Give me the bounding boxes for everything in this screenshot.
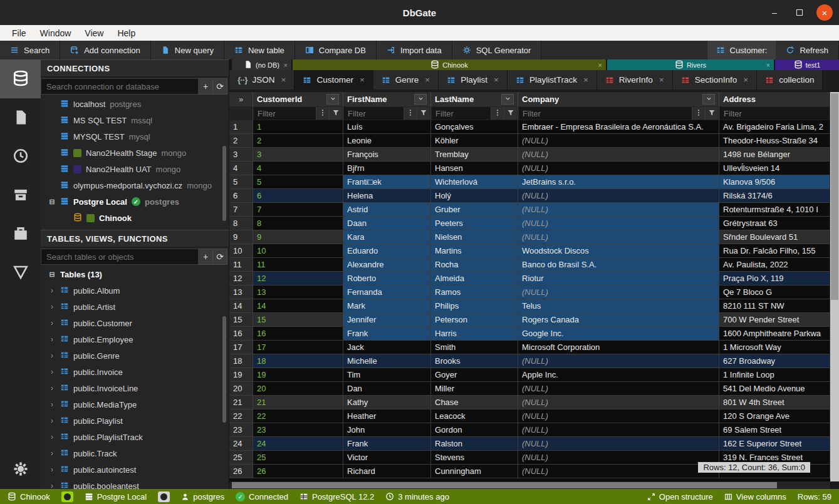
- tables-refresh-button[interactable]: ⟳: [213, 249, 227, 265]
- collapse-icon[interactable]: ⊟: [48, 270, 56, 279]
- cell-last[interactable]: Rocha: [431, 258, 518, 272]
- cell-company[interactable]: (NULL): [518, 148, 719, 162]
- cell-last[interactable]: Harris: [431, 327, 518, 341]
- tab-genre[interactable]: Genre×: [373, 70, 439, 90]
- filter-input-lastname[interactable]: [432, 107, 491, 120]
- cell-id[interactable]: 25: [253, 451, 343, 465]
- connections-add-button[interactable]: +: [199, 78, 213, 95]
- tab-customer[interactable]: Customer×: [294, 70, 373, 90]
- filter-funnel-button[interactable]: [705, 107, 718, 120]
- cell-company[interactable]: Google Inc.: [518, 327, 719, 341]
- statusbar-connected[interactable]: ✓Connected: [236, 492, 288, 501]
- cell-last[interactable]: Peterson: [431, 313, 518, 327]
- row-number[interactable]: 18: [229, 354, 253, 368]
- cell-address[interactable]: Praça Pio X, 119: [719, 272, 830, 285]
- cell-id[interactable]: 1: [253, 120, 343, 134]
- new-query-button[interactable]: New query: [151, 41, 224, 59]
- cell-first[interactable]: Dan: [343, 382, 431, 396]
- tables-add-button[interactable]: +: [199, 249, 213, 265]
- refresh-button[interactable]: Refresh: [776, 41, 839, 59]
- filter-input-address[interactable]: [720, 107, 829, 120]
- cell-first[interactable]: François: [343, 148, 431, 162]
- row-number[interactable]: 20: [229, 382, 253, 396]
- chevron-right-icon[interactable]: ›: [48, 481, 56, 489]
- cell-first[interactable]: Jack: [343, 341, 431, 354]
- cell-first[interactable]: Eduardo: [343, 244, 431, 258]
- rail-files[interactable]: [0, 98, 41, 137]
- cell-address[interactable]: 700 W Pender Street: [719, 313, 830, 327]
- statusbar-postgres[interactable]: postgres: [181, 492, 224, 501]
- connection-item[interactable]: olympus-medportal.vychozi.czmongo: [41, 177, 229, 193]
- table-item[interactable]: ›public.Album: [41, 282, 229, 299]
- cell-first[interactable]: Tim: [343, 368, 431, 382]
- cell-address[interactable]: Sřnder Boulevard 51: [719, 230, 830, 244]
- cell-last[interactable]: Martins: [431, 244, 518, 258]
- chevron-right-icon[interactable]: ›: [48, 400, 56, 409]
- column-menu-button[interactable]: [414, 94, 427, 105]
- statusbar-rows-59[interactable]: Rows: 59: [798, 492, 831, 501]
- cell-last[interactable]: Ramos: [431, 285, 518, 299]
- cell-company[interactable]: (NULL): [518, 423, 719, 437]
- menu-window[interactable]: Window: [33, 25, 78, 41]
- cell-first[interactable]: Bjřrn: [343, 162, 431, 175]
- cell-company[interactable]: (NULL): [518, 203, 719, 217]
- close-icon[interactable]: ×: [659, 75, 664, 85]
- cell-company[interactable]: Embraer - Empresa Brasileira de Aeronáut…: [518, 120, 719, 134]
- cell-address[interactable]: Rua Dr. Falcăo Filho, 155: [719, 244, 830, 258]
- cell-first[interactable]: Alexandre: [343, 258, 431, 272]
- chevron-right-icon[interactable]: ›: [48, 319, 56, 327]
- row-number[interactable]: 22: [229, 409, 253, 423]
- connection-item[interactable]: localhostpostgres: [41, 96, 229, 112]
- rail-connections[interactable]: [0, 59, 41, 98]
- row-number[interactable]: 14: [229, 299, 253, 313]
- column-header-firstname[interactable]: FirstName: [343, 92, 431, 106]
- cell-last[interactable]: Hansen: [431, 162, 518, 175]
- statusbar-3-minutes-ago[interactable]: 3 minutes ago: [385, 492, 449, 501]
- cell-first[interactable]: Mark: [343, 299, 431, 313]
- chevron-right-icon[interactable]: ›: [48, 416, 56, 425]
- cell-company[interactable]: (NULL): [518, 409, 719, 423]
- cell-company[interactable]: (NULL): [518, 437, 719, 451]
- chevron-right-icon[interactable]: ›: [48, 433, 56, 441]
- connection-item[interactable]: Chinook: [41, 210, 229, 226]
- cell-address[interactable]: Rotenturmstraße 4, 1010 I: [719, 203, 830, 217]
- close-icon[interactable]: ×: [360, 75, 365, 85]
- cell-address[interactable]: Klanova 9/506: [719, 175, 830, 189]
- cell-id[interactable]: 22: [253, 409, 343, 423]
- chevron-right-icon[interactable]: ›: [48, 368, 56, 376]
- row-number[interactable]: 2: [229, 134, 253, 148]
- cell-first[interactable]: Kara: [343, 230, 431, 244]
- cell-address[interactable]: 120 S Orange Ave: [719, 409, 830, 423]
- cell-address[interactable]: 1 Microsoft Way: [719, 341, 830, 354]
- cell-company[interactable]: Riotur: [518, 272, 719, 285]
- cell-last[interactable]: Leacock: [431, 409, 518, 423]
- connections-scrollbar[interactable]: [222, 146, 226, 221]
- chevron-right-icon[interactable]: ›: [48, 335, 56, 344]
- close-icon[interactable]: ×: [494, 75, 499, 85]
- cell-last[interactable]: Nielsen: [431, 230, 518, 244]
- cell-last[interactable]: Philips: [431, 299, 518, 313]
- filter-options-button[interactable]: [404, 107, 417, 120]
- cell-last[interactable]: Goyer: [431, 368, 518, 382]
- cell-company[interactable]: (NULL): [518, 230, 719, 244]
- filter-input-company[interactable]: [519, 107, 692, 120]
- cell-last[interactable]: Stevens: [431, 451, 518, 465]
- maximize-button[interactable]: [791, 4, 808, 21]
- row-number[interactable]: 25: [229, 451, 253, 465]
- cell-last[interactable]: Cunningham: [431, 465, 518, 478]
- cell-company[interactable]: (NULL): [518, 354, 719, 368]
- cell-first[interactable]: Fernanda: [343, 285, 431, 299]
- statusbar-view-columns[interactable]: View columns: [724, 492, 786, 501]
- tab-group-test1[interactable]: test1: [775, 59, 839, 70]
- tables-scrollbar[interactable]: [222, 316, 226, 423]
- table-item[interactable]: ›public.Customer: [41, 315, 229, 331]
- cell-last[interactable]: Köhler: [431, 134, 518, 148]
- filter-funnel-button[interactable]: [417, 107, 430, 120]
- cell-id[interactable]: 23: [253, 423, 343, 437]
- minimize-button[interactable]: –: [766, 4, 783, 21]
- column-header-company[interactable]: Company: [518, 92, 719, 106]
- cell-first[interactable]: John: [343, 423, 431, 437]
- cell-first[interactable]: Astrid: [343, 203, 431, 217]
- cell-company[interactable]: Microsoft Corporation: [518, 341, 719, 354]
- cell-first[interactable]: Daan: [343, 217, 431, 230]
